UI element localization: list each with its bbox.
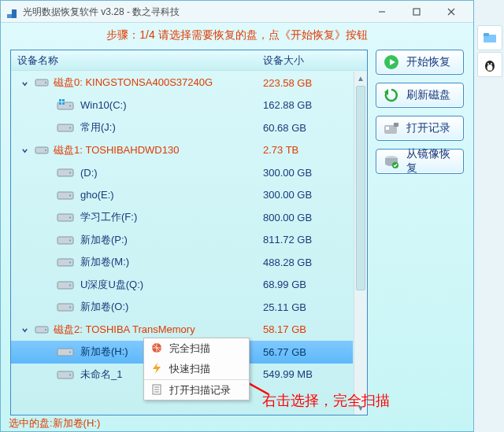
chevron-down-icon[interactable] — [19, 144, 30, 156]
bolt-icon — [150, 362, 165, 376]
image-recover-button[interactable]: 从镜像恢复 — [376, 149, 464, 174]
volume-label: 常用(J:) — [80, 120, 116, 135]
volume-size: 25.11 GB — [263, 301, 353, 313]
svg-rect-1 — [12, 9, 17, 18]
volume-row[interactable]: 学习工作(F:)800.00 GB — [11, 206, 353, 229]
svg-point-22 — [69, 217, 71, 219]
tray-penguin-icon[interactable] — [477, 52, 502, 77]
menu-full-scan[interactable]: 完全扫描 — [144, 338, 249, 359]
side-buttons: 开始恢复 刷新磁盘 打开记录 — [368, 50, 464, 415]
volume-label: 未命名_1 — [80, 367, 122, 382]
status-bar: 选中的盘:新加卷(H:) — [1, 415, 473, 431]
svg-rect-47 — [386, 127, 389, 130]
volume-row[interactable]: (D:)300.00 GB — [11, 161, 353, 184]
drive-icon — [57, 189, 74, 201]
close-button[interactable] — [434, 2, 469, 22]
button-label: 开始恢复 — [406, 55, 450, 69]
svg-point-58 — [491, 63, 492, 65]
button-label: 打开记录 — [406, 121, 450, 135]
volume-size: 800.00 GB — [263, 212, 353, 223]
disk-label: 磁盘0: KINGSTONSA400S37240G — [54, 76, 213, 90]
drive-icon — [57, 256, 74, 268]
volume-row[interactable]: 常用(J:)60.68 GB — [11, 116, 353, 139]
table-header: 设备名称 设备大小 — [11, 50, 367, 71]
drive-icon — [57, 211, 74, 223]
menu-label: 打开扫描记录 — [169, 383, 231, 397]
svg-point-30 — [69, 307, 71, 308]
svg-point-18 — [69, 172, 71, 174]
drive-icon — [57, 99, 74, 112]
open-log-button[interactable]: 打开记录 — [376, 116, 464, 141]
drive-icon — [57, 121, 74, 134]
drive-icon — [57, 368, 74, 381]
svg-rect-0 — [7, 14, 12, 18]
document-icon — [150, 383, 165, 397]
volume-row[interactable]: 新加卷(H:)56.77 GB完全扫描快速扫描打开扫描记录 — [11, 341, 353, 364]
volume-size: 162.88 GB — [263, 99, 353, 111]
menu-fast-scan[interactable]: 快速扫描 — [144, 359, 249, 379]
svg-point-28 — [69, 284, 71, 286]
disk-row[interactable]: 磁盘0: KINGSTONSA400S37240G223.58 GB — [11, 72, 353, 94]
disk-label: 磁盘2: TOSHIBA TransMemory — [54, 323, 195, 337]
globe-icon — [150, 342, 165, 356]
menu-label: 快速扫描 — [169, 362, 210, 376]
minimize-button[interactable] — [365, 2, 399, 22]
svg-point-56 — [487, 65, 493, 71]
volume-row[interactable]: Win10(C:)162.88 GB — [11, 94, 353, 117]
camera-icon — [383, 120, 400, 137]
scroll-down-icon[interactable]: ▼ — [354, 401, 367, 415]
maximize-button[interactable] — [399, 2, 434, 22]
volume-label: 新加卷(O:) — [80, 300, 128, 314]
col-device-name: 设备名称 — [11, 50, 263, 70]
svg-point-26 — [69, 262, 71, 264]
volume-label: Win10(C:) — [80, 99, 127, 111]
device-panel: 设备名称 设备大小 磁盘0: KINGSTONSA400S37240G223.5… — [10, 50, 368, 415]
disk-size: 58.17 GB — [263, 323, 353, 335]
scroll-thumb[interactable] — [356, 86, 365, 290]
svg-marker-36 — [153, 363, 161, 374]
drive-icon — [57, 166, 74, 179]
svg-point-57 — [487, 63, 489, 65]
svg-rect-3 — [413, 9, 420, 15]
volume-label: 新加卷(P:) — [80, 233, 128, 247]
volume-size: 300.00 GB — [263, 167, 353, 179]
svg-point-32 — [45, 329, 46, 330]
vertical-scrollbar[interactable]: ▲ ▼ — [354, 72, 367, 415]
svg-point-24 — [69, 239, 71, 241]
play-circle-icon — [383, 54, 400, 71]
volume-row[interactable]: 新加卷(O:)25.11 GB — [11, 296, 353, 319]
chevron-down-icon[interactable] — [19, 77, 30, 89]
disk-size: 2.73 TB — [263, 144, 353, 156]
refresh-disk-button[interactable]: 刷新磁盘 — [376, 83, 464, 108]
volume-row[interactable]: U深度U盘(Q:)68.99 GB — [11, 274, 353, 297]
svg-point-9 — [69, 105, 71, 106]
volume-label: (D:) — [80, 167, 98, 179]
volume-size: 549.99 MB — [263, 368, 353, 380]
scroll-up-icon[interactable]: ▲ — [354, 72, 367, 85]
volume-row[interactable]: 新加卷(P:)811.72 GB — [11, 229, 353, 252]
disk-row[interactable]: 磁盘1: TOSHIBAHDWD1302.73 TB — [11, 139, 353, 162]
volume-label: 学习工作(F:) — [80, 210, 137, 224]
volume-size: 811.72 GB — [263, 234, 353, 246]
start-recover-button[interactable]: 开始恢复 — [376, 50, 464, 75]
chevron-down-icon[interactable] — [19, 323, 30, 335]
volume-row[interactable]: gho(E:)300.00 GB — [11, 184, 353, 207]
context-menu: 完全扫描快速扫描打开扫描记录 — [143, 338, 250, 401]
volume-size: 56.77 GB — [263, 346, 353, 358]
hard-disk-icon — [35, 324, 49, 335]
volume-row[interactable]: 新加卷(M:)488.28 GB — [11, 251, 353, 274]
menu-label: 完全扫描 — [169, 342, 210, 356]
disk-image-icon — [383, 153, 400, 170]
app-window: 光明数据恢复软件 v3.28 - 数之寻科技 步骤：1/4 请选择需要恢复的盘，… — [0, 0, 474, 432]
disk-size: 223.58 GB — [263, 77, 353, 89]
tray-folder-icon[interactable] — [477, 25, 502, 50]
desktop-tray — [477, 25, 504, 79]
drive-icon — [57, 301, 74, 313]
title-bar: 光明数据恢复软件 v3.28 - 数之寻科技 — [1, 1, 473, 23]
hard-disk-icon — [35, 145, 49, 156]
drive-icon — [57, 279, 74, 291]
volume-label: U深度U盘(Q:) — [80, 278, 143, 292]
menu-open-scan-history[interactable]: 打开扫描记录 — [144, 379, 249, 400]
button-label: 从镜像恢复 — [406, 147, 457, 175]
svg-rect-48 — [394, 123, 398, 127]
